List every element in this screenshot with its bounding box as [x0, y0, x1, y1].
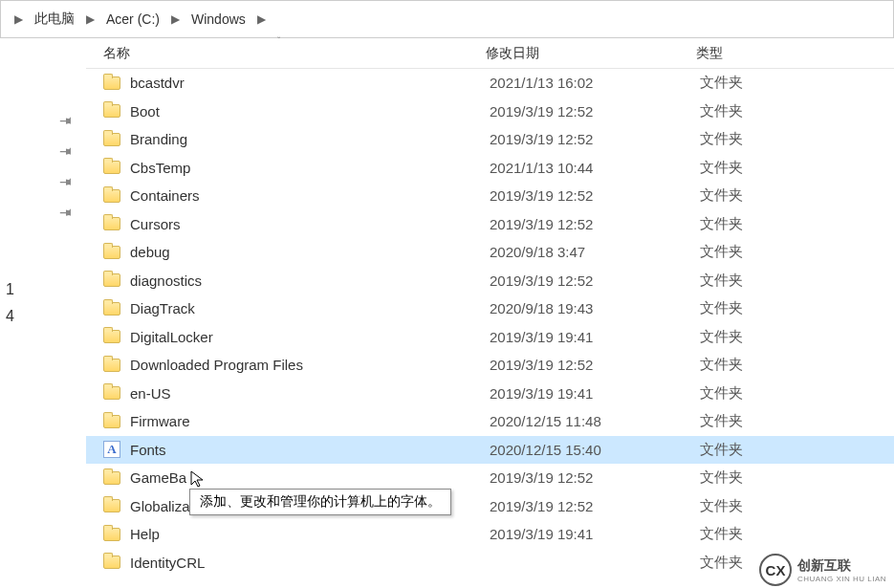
file-name: Firmware — [130, 413, 490, 429]
file-type: 文件夹 — [700, 384, 862, 403]
folder-icon — [103, 525, 122, 544]
table-row[interactable]: Boot2019/3/19 12:52文件夹 — [86, 98, 894, 126]
file-type: 文件夹 — [700, 299, 862, 317]
file-name: CbsTemp — [130, 160, 490, 176]
breadcrumb-item-drive[interactable]: Acer (C:) — [102, 10, 164, 29]
file-type: 文件夹 — [700, 243, 862, 261]
chevron-right-icon: ▶ — [257, 12, 266, 26]
folder-icon — [103, 412, 122, 431]
file-name: debug — [130, 244, 490, 260]
sidebar-num: 4 — [0, 306, 86, 327]
pin-icon[interactable] — [0, 197, 86, 228]
column-headers: ˇ 名称 修改日期 类型 — [86, 38, 894, 69]
folder-icon — [103, 383, 122, 403]
file-date: 2019/3/19 19:41 — [490, 329, 700, 345]
file-type: 文件夹 — [700, 356, 862, 374]
breadcrumb[interactable]: ▶ 此电脑 ▶ Acer (C:) ▶ Windows ▶ — [0, 0, 894, 38]
file-type: 文件夹 — [700, 497, 862, 515]
folder-icon — [103, 553, 122, 572]
watermark-text-py: CHUANG XIN HU LIAN — [797, 575, 886, 583]
file-name: GameBa — [130, 469, 490, 486]
folder-icon — [103, 130, 122, 149]
folder-icon — [103, 496, 122, 515]
folder-icon — [103, 356, 122, 375]
chevron-right-icon: ▶ — [171, 12, 180, 26]
file-type: 文件夹 — [700, 215, 862, 233]
pin-icon[interactable] — [0, 136, 86, 166]
table-row[interactable]: AFonts2020/12/15 15:40文件夹 — [86, 436, 894, 465]
file-name: Containers — [130, 187, 490, 204]
file-name: Boot — [130, 103, 490, 120]
folder-icon — [103, 243, 122, 262]
file-date: 2020/12/15 11:48 — [490, 413, 700, 429]
file-date: 2020/9/18 19:43 — [490, 300, 700, 316]
file-date: 2019/3/19 12:52 — [490, 272, 700, 289]
file-date: 2019/3/19 12:52 — [490, 216, 700, 232]
folder-icon — [103, 158, 122, 177]
folder-icon — [103, 271, 122, 290]
file-name: bcastdvr — [130, 75, 490, 91]
table-row[interactable]: CbsTemp2021/1/13 10:44文件夹 — [86, 154, 894, 183]
table-row[interactable]: Containers2019/3/19 12:52文件夹 — [86, 182, 894, 210]
table-row[interactable]: Downloaded Program Files2019/3/19 12:52文… — [86, 351, 894, 380]
folder-icon — [103, 327, 122, 346]
file-date: 2019/3/19 12:52 — [490, 187, 700, 204]
file-name: Help — [130, 526, 490, 542]
file-date: 2019/3/19 12:52 — [490, 498, 700, 514]
file-date: 2019/3/19 12:52 — [490, 103, 700, 120]
table-row[interactable]: en-US2019/3/19 19:41文件夹 — [86, 380, 894, 408]
watermark-text-cn: 创新互联 — [797, 557, 886, 575]
file-type: 文件夹 — [700, 74, 862, 92]
table-row[interactable]: bcastdvr2021/1/13 16:02文件夹 — [86, 69, 894, 98]
file-date: 2021/1/13 16:02 — [490, 75, 700, 91]
column-header-date[interactable]: 修改日期 — [478, 45, 688, 62]
file-name: diagnostics — [130, 272, 490, 289]
file-type: 文件夹 — [700, 159, 862, 177]
folder-icon — [103, 101, 122, 120]
file-type: 文件夹 — [700, 525, 862, 543]
sidebar-num: 1 — [0, 279, 86, 300]
file-type: 文件夹 — [700, 468, 862, 487]
watermark: CX 创新互联 CHUANG XIN HU LIAN — [752, 552, 894, 588]
folder-icon — [103, 214, 122, 233]
table-row[interactable]: Firmware2020/12/15 11:48文件夹 — [86, 407, 894, 436]
file-list-area: ˇ 名称 修改日期 类型 bcastdvr2021/1/13 16:02文件夹B… — [86, 38, 894, 588]
pin-icon[interactable] — [0, 166, 86, 197]
sort-indicator-icon: ˇ — [277, 36, 280, 47]
folder-icon — [103, 468, 122, 488]
column-header-type[interactable]: 类型 — [688, 45, 861, 62]
breadcrumb-item-pc[interactable]: 此电脑 — [31, 9, 78, 30]
file-date: 2020/12/15 15:40 — [490, 442, 700, 458]
fonts-folder-icon: A — [103, 440, 122, 459]
file-type: 文件夹 — [700, 102, 862, 120]
file-name: Downloaded Program Files — [130, 357, 490, 373]
table-row[interactable]: DigitalLocker2019/3/19 19:41文件夹 — [86, 323, 894, 352]
pin-icon[interactable] — [0, 105, 86, 136]
file-name: Cursors — [130, 216, 490, 232]
folder-icon — [103, 186, 122, 206]
table-row[interactable]: diagnostics2019/3/19 12:52文件夹 — [86, 267, 894, 295]
folder-icon — [103, 299, 122, 318]
breadcrumb-item-folder[interactable]: Windows — [187, 10, 250, 29]
file-name: IdentityCRL — [130, 555, 490, 571]
file-date: 2019/3/19 12:52 — [490, 131, 700, 147]
file-date: 2019/3/19 19:41 — [490, 385, 700, 402]
column-header-name[interactable]: 名称 — [86, 45, 478, 62]
table-row[interactable]: Branding2019/3/19 12:52文件夹 — [86, 125, 894, 154]
file-name: Fonts — [130, 442, 490, 458]
file-type: 文件夹 — [700, 412, 862, 430]
file-name: DigitalLocker — [130, 329, 490, 345]
table-row[interactable]: Help2019/3/19 19:41文件夹 — [86, 520, 894, 549]
file-type: 文件夹 — [700, 186, 862, 205]
tooltip: 添加、更改和管理你的计算机上的字体。 — [189, 489, 451, 515]
file-type: 文件夹 — [700, 272, 862, 290]
table-row[interactable]: debug2020/9/18 3:47文件夹 — [86, 238, 894, 267]
folder-icon — [103, 74, 122, 93]
table-row[interactable]: DiagTrack2020/9/18 19:43文件夹 — [86, 294, 894, 323]
file-date: 2019/3/19 12:52 — [490, 357, 700, 373]
file-date: 2020/9/18 3:47 — [490, 244, 700, 260]
table-row[interactable]: Cursors2019/3/19 12:52文件夹 — [86, 210, 894, 239]
logo-icon: CX — [759, 554, 792, 586]
chevron-right-icon: ▶ — [86, 12, 95, 26]
file-type: 文件夹 — [700, 328, 862, 346]
